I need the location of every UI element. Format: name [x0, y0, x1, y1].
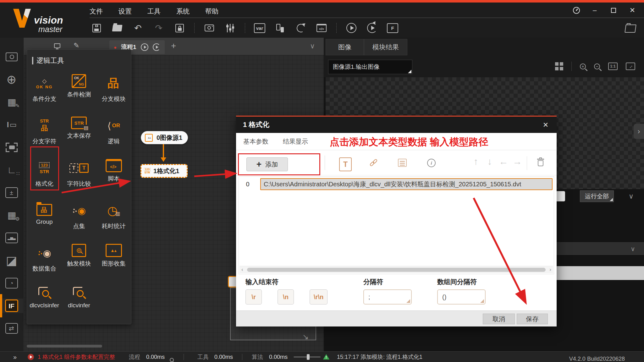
run-options-chevron-icon[interactable]: ∨	[629, 192, 634, 200]
script-code-icon[interactable]: </>	[316, 22, 328, 34]
sliders-icon[interactable]	[224, 22, 236, 34]
menu-item[interactable]: 文件	[90, 7, 103, 16]
save-icon[interactable]	[91, 22, 102, 34]
add-flow-tab-button[interactable]: +	[171, 41, 176, 51]
text-region-icon[interactable]: I ▭	[0, 118, 24, 132]
flow-node-format[interactable]: 123 STR 1格式化1	[140, 164, 188, 178]
tool-item[interactable]: STR 品 分支字符	[27, 112, 62, 154]
zoom-out-icon[interactable]: −	[594, 63, 600, 69]
delete-icon[interactable]	[537, 158, 544, 167]
position-axis-icon[interactable]: ∟ ∷	[0, 163, 24, 177]
tool-item[interactable]: dlcvclsinfer	[27, 281, 62, 324]
image-settings-icon[interactable]: ▦ ⚙	[0, 208, 24, 222]
error-play-icon[interactable]	[28, 354, 34, 360]
target-icon[interactable]: ⊕	[0, 72, 24, 87]
tool-item[interactable]: OK NG 条件检测	[62, 69, 96, 112]
dialog-tab[interactable]: 基本参数	[236, 133, 276, 150]
tool-item[interactable]: dlcvinfer	[62, 281, 96, 324]
variable-icon[interactable]: var	[254, 23, 265, 33]
canvas-hscrollbar[interactable]	[27, 345, 102, 348]
tool-item[interactable]: ⟨ OR 逻辑	[96, 112, 131, 154]
fit-view-icon[interactable]: ↔	[626, 63, 635, 70]
undo-icon[interactable]: ↶	[132, 22, 144, 34]
add-data-button[interactable]: + 添加	[246, 157, 288, 171]
terminator-option-button[interactable]: \r	[245, 289, 262, 304]
save-button[interactable]: 保存	[517, 314, 548, 324]
maximize-button[interactable]	[609, 6, 618, 14]
canvas-resize-icon[interactable]: ↘	[302, 332, 309, 341]
tool-item[interactable]: ◇ OK NG 条件分支	[27, 69, 62, 112]
communication-icon[interactable]	[295, 22, 307, 34]
flow-run-loop-icon[interactable]	[153, 43, 160, 51]
close-button[interactable]: ✕	[628, 6, 636, 14]
terminator-option-button[interactable]: \n	[278, 289, 294, 304]
reorder-arrow-icon[interactable]: ←	[499, 156, 508, 167]
flow-io-icon[interactable]: ⇄	[0, 321, 24, 336]
array-separator-dropdown[interactable]: ()	[437, 289, 486, 304]
menu-item[interactable]: 帮助	[205, 7, 218, 16]
section-chevron-icon[interactable]: ∨	[630, 245, 635, 253]
dialog-titlebar[interactable]: 1 格式化	[236, 117, 557, 133]
menu-item[interactable]: 系统	[176, 7, 190, 16]
edit-flow-icon[interactable]: ✎	[74, 41, 79, 50]
tool-item[interactable]: T T 字符比较	[62, 154, 96, 196]
collapse-panel-chevron-icon[interactable]: ›	[634, 124, 644, 139]
run-loop-icon[interactable]	[366, 22, 378, 34]
image-source-selector[interactable]: 图像源1.输出图像	[328, 60, 412, 74]
calculator-icon[interactable]: ±	[0, 185, 24, 200]
histogram-icon[interactable]: ▂▅▃	[0, 231, 24, 245]
device-icon[interactable]	[274, 22, 286, 34]
actual-size-icon[interactable]: 1:1	[608, 63, 618, 70]
tool-item[interactable]: 品 Group	[27, 196, 62, 239]
minimize-button[interactable]: –	[591, 6, 599, 14]
tool-item[interactable]: ◷ ▥ 耗时统计	[96, 196, 131, 239]
model-path-field[interactable]: C:\Users\Administrator\Desktop\海康_dlcv_d…	[260, 178, 553, 190]
lock-save-icon[interactable]	[173, 22, 185, 34]
reorder-arrow-icon[interactable]: ↑	[471, 156, 481, 167]
list-hscrollbar[interactable]: ‹ ›	[239, 266, 553, 273]
monitor-view-icon[interactable]	[54, 43, 60, 48]
tool-item[interactable]: 123 STR 格式化	[27, 154, 62, 196]
if-icon[interactable]: IF	[0, 299, 24, 313]
timer-icon[interactable]	[573, 7, 580, 14]
terminator-option-button[interactable]: \r\n	[310, 289, 328, 304]
run-once-icon[interactable]	[345, 22, 357, 34]
run-all-button[interactable]: 运行全部	[580, 190, 614, 202]
redo-icon[interactable]: ↷	[153, 22, 165, 34]
menu-item[interactable]: 设置	[118, 7, 132, 16]
flow-run-icon[interactable]	[141, 43, 148, 51]
scroll-left-icon[interactable]: ‹	[241, 266, 243, 273]
smart-camera-icon[interactable]: ◔	[0, 276, 24, 290]
scroll-right-icon[interactable]: ›	[549, 266, 551, 273]
flow-tabs-chevron-icon[interactable]: ∨	[310, 42, 315, 50]
split-view-icon[interactable]	[555, 62, 563, 70]
tool-item[interactable]: ∴ ◉ 数据集合	[27, 239, 62, 281]
zoom-in-icon[interactable]: +	[580, 63, 586, 69]
cancel-button[interactable]: 取消	[483, 314, 515, 324]
expand-sidebar-icon[interactable]: »	[13, 352, 17, 362]
camera-icon[interactable]	[0, 50, 24, 64]
slider-thumb[interactable]	[307, 354, 310, 360]
batch-list-icon[interactable]	[398, 159, 407, 167]
image-edit-icon[interactable]: ▦ ✎	[0, 95, 24, 109]
result-view-tab[interactable]: 模块结果	[364, 39, 407, 55]
menu-item[interactable]: 工具	[147, 7, 161, 16]
tool-item[interactable]: ▲▴ 图形收集	[96, 239, 131, 281]
status-search-icon[interactable]	[170, 354, 174, 362]
open-project-icon[interactable]	[625, 25, 636, 33]
result-view-tab[interactable]: 图像	[326, 39, 364, 55]
link-data-icon[interactable]	[370, 159, 378, 167]
tool-item[interactable]: 品 分支模块	[96, 69, 131, 112]
scrollbar-thumb[interactable]	[247, 268, 546, 272]
info-icon[interactable]: i	[427, 159, 436, 167]
camera-capture-icon[interactable]	[203, 22, 215, 34]
tool-item[interactable]: STR ▤ 文本保存	[62, 112, 96, 154]
text-type-button[interactable]: T	[339, 157, 352, 171]
focus-region-icon[interactable]	[0, 140, 24, 155]
reorder-arrow-icon[interactable]: ↓	[485, 156, 494, 167]
font-icon[interactable]: F	[387, 23, 398, 33]
dialog-close-icon[interactable]: ✕	[541, 120, 550, 130]
open-icon[interactable]	[111, 22, 123, 34]
fill-icon[interactable]: ◪	[0, 253, 24, 268]
separator-dropdown[interactable]: ;	[363, 289, 412, 304]
